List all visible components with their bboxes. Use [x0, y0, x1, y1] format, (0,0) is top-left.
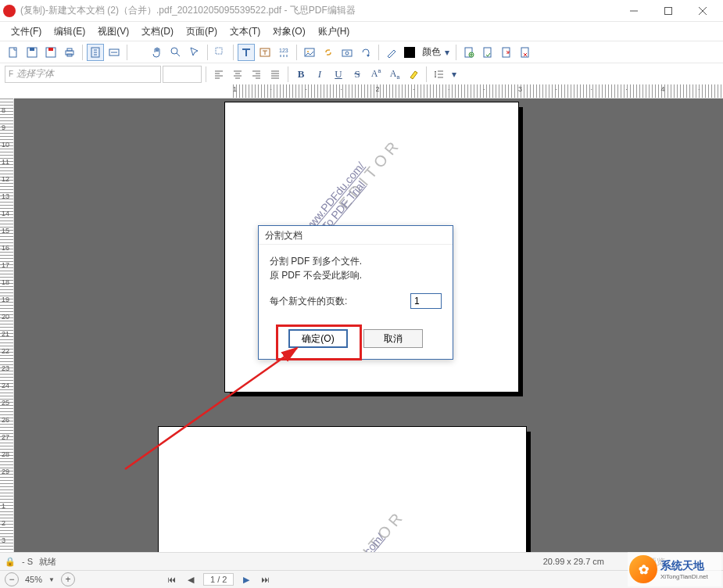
zoom-in-button[interactable]: +: [61, 572, 75, 586]
separator: [288, 66, 288, 82]
image-tool-icon[interactable]: [301, 44, 318, 61]
pencil-icon[interactable]: [383, 44, 400, 61]
underline-icon[interactable]: U: [330, 66, 347, 83]
first-page-button[interactable]: ⏮: [166, 573, 178, 586]
pdf-page-2[interactable]: EDITOR www.PDFdu.com/ rd To PDF Trial: [159, 427, 526, 552]
hand-tool-icon[interactable]: [149, 44, 166, 61]
highlight-icon[interactable]: [405, 66, 422, 83]
subscript-icon[interactable]: Aa: [386, 66, 403, 83]
svg-text:123: 123: [279, 48, 288, 53]
next-page-button[interactable]: ▶: [240, 573, 252, 586]
separator: [296, 45, 297, 60]
save-as-icon[interactable]: [42, 44, 59, 61]
snapshot-icon[interactable]: [338, 44, 356, 61]
font-size-selector[interactable]: [163, 66, 202, 83]
ok-button[interactable]: 确定(O): [288, 329, 348, 348]
new-icon[interactable]: [5, 44, 22, 61]
link-tool-icon[interactable]: [320, 44, 337, 61]
maximize-button[interactable]: [651, 0, 685, 22]
pages-per-file-input[interactable]: [410, 293, 442, 309]
page-export-icon[interactable]: [498, 44, 515, 61]
zoom-level[interactable]: 45%: [25, 575, 42, 584]
pages-per-file-label: 每个新文件的页数:: [270, 294, 347, 308]
brand-url: XiTongTianDi.net: [660, 573, 708, 580]
lock-icon: 🔒: [5, 557, 16, 567]
svg-point-18: [345, 52, 349, 55]
brand-logo-icon: ✿: [629, 555, 657, 583]
toolbar-row-1: 123 颜色 ▾: [0, 41, 723, 63]
strikethrough-icon[interactable]: S: [349, 66, 366, 83]
window-title: (复制)-新建文本文档 (2)（合并）.pdf_2021020509553952…: [20, 4, 617, 17]
zoom-dropdown-icon[interactable]: ▼: [48, 576, 55, 583]
text-box-icon[interactable]: [256, 44, 274, 61]
menu-document[interactable]: 文档(D): [135, 23, 180, 41]
svg-point-16: [307, 51, 309, 52]
separator: [456, 45, 456, 60]
dialog-title: 分割文档: [259, 226, 453, 245]
text-vertical-icon[interactable]: 123: [275, 44, 292, 61]
menu-account[interactable]: 账户(H): [312, 23, 356, 41]
separator: [378, 45, 379, 60]
align-left-icon[interactable]: [210, 66, 227, 83]
menu-file[interactable]: 文件(F): [5, 23, 48, 41]
watermark-text: EDITOR: [339, 507, 409, 552]
edit-object-icon[interactable]: [212, 44, 229, 61]
color-dropdown-icon[interactable]: ▾: [442, 44, 452, 61]
page-dimensions: 20.99 x 29.7 cm: [543, 557, 604, 566]
prev-page-button[interactable]: ◀: [184, 573, 197, 586]
superscript-icon[interactable]: Aa: [367, 66, 385, 83]
menu-text[interactable]: 文本(T): [224, 23, 267, 41]
watermark-link: www.PDFdu.com/ rd To PDF Trial: [321, 531, 396, 552]
align-right-icon[interactable]: [248, 66, 265, 83]
menu-view[interactable]: 视图(V): [91, 23, 135, 41]
page-insert-icon[interactable]: [460, 44, 478, 61]
bold-icon[interactable]: B: [292, 66, 310, 83]
title-bar: (复制)-新建文本文档 (2)（合并）.pdf_2021020509553952…: [0, 0, 723, 22]
svg-rect-1: [9, 48, 16, 57]
align-justify-icon[interactable]: [267, 66, 284, 83]
menu-bar: 文件(F) 编辑(E) 视图(V) 文档(D) 页面(P) 文本(T) 对象(O…: [0, 22, 723, 41]
separator: [207, 45, 208, 60]
separator: [127, 45, 127, 60]
menu-object[interactable]: 对象(O): [267, 23, 311, 41]
toolbar-row-2: F选择字体 B I U S Aa Aa ▾: [0, 63, 723, 84]
italic-icon[interactable]: I: [311, 66, 328, 83]
close-button[interactable]: [685, 0, 720, 22]
status-bar-lower: − 45% ▼ + ⏮ ◀ 1 / 2 ▶ ⏭: [0, 570, 723, 588]
print-icon[interactable]: [61, 44, 78, 61]
line-spacing-dropdown-icon[interactable]: ▾: [449, 66, 459, 83]
brand-watermark: ✿ 系统天地 XiTongTianDi.net: [628, 552, 721, 586]
separator: [233, 45, 234, 60]
align-center-icon[interactable]: [229, 66, 246, 83]
zoom-tool-icon[interactable]: [167, 44, 184, 61]
horizontal-ruler: 1 · · · 2 · · · 3 · · · 4 · · · 5 · · · …: [14, 84, 723, 99]
brand-name: 系统天地: [660, 559, 704, 572]
separator: [82, 45, 83, 60]
font-selector[interactable]: F选择字体: [5, 66, 161, 83]
svg-point-11: [171, 48, 177, 54]
last-page-button[interactable]: ⏭: [259, 573, 271, 586]
svg-rect-0: [665, 7, 672, 14]
minimize-button[interactable]: [617, 0, 651, 22]
zoom-out-button[interactable]: −: [5, 572, 19, 586]
svg-rect-17: [342, 50, 352, 56]
color-picker[interactable]: [402, 44, 419, 61]
page-add-icon[interactable]: [479, 44, 496, 61]
fit-page-icon[interactable]: [87, 44, 104, 61]
separator: [426, 66, 427, 82]
menu-edit[interactable]: 编辑(E): [48, 23, 91, 41]
security-dash: - S: [22, 557, 33, 566]
page-indicator[interactable]: 1 / 2: [203, 573, 234, 586]
text-tool-icon[interactable]: [238, 44, 255, 61]
cancel-button[interactable]: 取消: [363, 329, 423, 348]
menu-page[interactable]: 页面(P): [180, 23, 224, 41]
save-icon[interactable]: [23, 44, 41, 61]
fit-width-icon[interactable]: [106, 44, 123, 61]
hruler-numbers: 1 · · · 2 · · · 3 · · · 4 · · · 5 · · · …: [233, 85, 723, 93]
line-spacing-icon[interactable]: [431, 66, 448, 83]
color-label: 颜色: [422, 45, 441, 59]
select-tool-icon[interactable]: [186, 44, 203, 61]
page-delete-icon[interactable]: [517, 44, 534, 61]
rotate-icon[interactable]: [357, 44, 374, 61]
separator: [206, 66, 206, 82]
